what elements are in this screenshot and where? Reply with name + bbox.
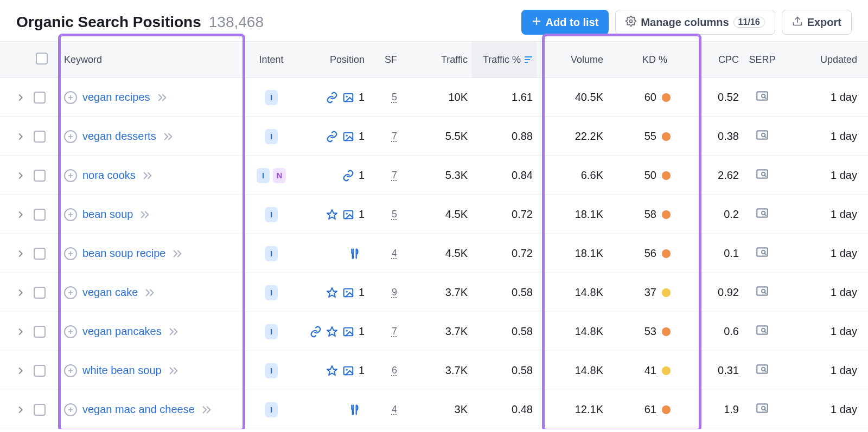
view-serp-button[interactable] [755, 206, 769, 220]
view-serp-button[interactable] [755, 89, 769, 103]
expand-row-button[interactable] [16, 365, 26, 377]
expand-row-button[interactable] [16, 404, 26, 416]
image-icon [342, 92, 354, 104]
row-checkbox[interactable] [34, 287, 46, 299]
cpc-value: 0.31 [689, 364, 743, 377]
intent-cell: I [248, 324, 294, 339]
add-keyword-button[interactable]: + [64, 247, 77, 260]
export-button[interactable]: Export [782, 10, 852, 35]
keyword-link[interactable]: nora cooks [82, 169, 136, 182]
expand-row-button[interactable] [16, 248, 26, 260]
view-serp-button[interactable] [755, 245, 769, 259]
serp-features-count[interactable]: 9 [373, 287, 397, 298]
add-to-list-button[interactable]: Add to list [521, 10, 609, 35]
col-volume[interactable]: Volume [537, 54, 608, 66]
serp-features-count[interactable]: 7 [373, 131, 397, 142]
traffic-value: 4.5K [401, 208, 472, 221]
serp-features-count[interactable]: 7 [373, 326, 397, 337]
kd-value: 55 [644, 130, 656, 143]
keyword-link[interactable]: vegan recipes [82, 91, 150, 104]
open-keyword-icon[interactable] [201, 404, 212, 415]
row-checkbox[interactable] [34, 326, 46, 338]
view-serp-button[interactable] [755, 362, 769, 376]
link-icon [326, 131, 338, 143]
add-keyword-button[interactable]: + [64, 403, 77, 416]
manage-columns-button[interactable]: Manage columns 11/16 [615, 10, 775, 35]
add-keyword-button[interactable]: + [64, 169, 77, 182]
intent-badge-i: I [265, 246, 278, 261]
position-cell: 1 [298, 325, 369, 338]
open-keyword-icon[interactable] [163, 131, 174, 142]
intent-badge-i: I [265, 285, 278, 300]
row-checkbox[interactable] [34, 209, 46, 221]
expand-row-button[interactable] [16, 92, 26, 104]
col-cpc[interactable]: CPC [689, 54, 743, 66]
col-kd[interactable]: KD % [608, 54, 689, 66]
col-serp[interactable]: SERP [743, 54, 781, 66]
expand-row-button[interactable] [16, 326, 26, 338]
view-serp-button[interactable] [755, 128, 769, 142]
select-all-checkbox[interactable] [36, 53, 48, 65]
keyword-link[interactable]: vegan pancakes [82, 325, 162, 338]
kd-difficulty-dot [662, 93, 671, 102]
kd-difficulty-dot [662, 171, 671, 180]
add-keyword-button[interactable]: + [64, 130, 77, 143]
row-checkbox[interactable] [34, 131, 46, 143]
traffic-pct-value: 0.84 [472, 169, 537, 182]
open-keyword-icon[interactable] [168, 365, 179, 376]
row-checkbox[interactable] [34, 404, 46, 416]
position-value: 1 [359, 130, 365, 143]
col-traffic[interactable]: Traffic [401, 54, 472, 66]
keyword-link[interactable]: vegan mac and cheese [82, 403, 195, 416]
keyword-link[interactable]: bean soup [82, 208, 133, 221]
view-serp-button[interactable] [755, 167, 769, 181]
col-position[interactable]: Position [298, 54, 369, 66]
col-sf[interactable]: SF [369, 54, 401, 66]
row-checkbox[interactable] [34, 248, 46, 260]
keyword-link[interactable]: vegan cake [82, 286, 138, 299]
col-keyword[interactable]: Keyword [60, 54, 244, 66]
image-icon [342, 326, 354, 338]
intent-cell: I [248, 90, 294, 105]
image-icon [342, 365, 354, 377]
expand-row-button[interactable] [16, 287, 26, 299]
row-checkbox[interactable] [34, 365, 46, 377]
position-value: 1 [359, 91, 365, 104]
add-keyword-button[interactable]: + [64, 208, 77, 221]
col-traffic-pct[interactable]: Traffic % [472, 42, 537, 78]
open-keyword-icon[interactable] [168, 326, 179, 337]
volume-value: 18.1K [537, 208, 608, 221]
add-keyword-button[interactable]: + [64, 364, 77, 377]
view-serp-button[interactable] [755, 284, 769, 298]
row-checkbox[interactable] [34, 170, 46, 182]
add-keyword-button[interactable]: + [64, 286, 77, 299]
expand-row-button[interactable] [16, 170, 26, 182]
serp-features-count[interactable]: 5 [373, 92, 397, 103]
view-serp-button[interactable] [755, 401, 769, 415]
traffic-pct-value: 0.58 [472, 286, 537, 299]
keyword-link[interactable]: white bean soup [82, 364, 162, 377]
add-keyword-button[interactable]: + [64, 325, 77, 338]
serp-features-count[interactable]: 7 [373, 170, 397, 181]
serp-features-count[interactable]: 4 [373, 404, 397, 415]
open-keyword-icon[interactable] [157, 92, 168, 103]
open-keyword-icon[interactable] [172, 248, 183, 259]
open-keyword-icon[interactable] [142, 170, 153, 181]
col-intent[interactable]: Intent [244, 54, 298, 66]
row-checkbox[interactable] [34, 92, 46, 104]
add-keyword-button[interactable]: + [64, 91, 77, 104]
volume-value: 18.1K [537, 247, 608, 260]
view-serp-button[interactable] [755, 323, 769, 337]
serp-features-count[interactable]: 5 [373, 209, 397, 220]
keyword-link[interactable]: bean soup recipe [82, 247, 165, 260]
open-keyword-icon[interactable] [139, 209, 150, 220]
volume-value: 12.1K [537, 403, 608, 416]
open-keyword-icon[interactable] [144, 287, 155, 298]
expand-row-button[interactable] [16, 131, 26, 143]
expand-row-button[interactable] [16, 209, 26, 221]
serp-features-count[interactable]: 4 [373, 248, 397, 259]
traffic-pct-value: 0.88 [472, 130, 537, 143]
serp-features-count[interactable]: 6 [373, 365, 397, 376]
keyword-link[interactable]: vegan desserts [82, 130, 156, 143]
col-updated[interactable]: Updated [781, 54, 868, 66]
